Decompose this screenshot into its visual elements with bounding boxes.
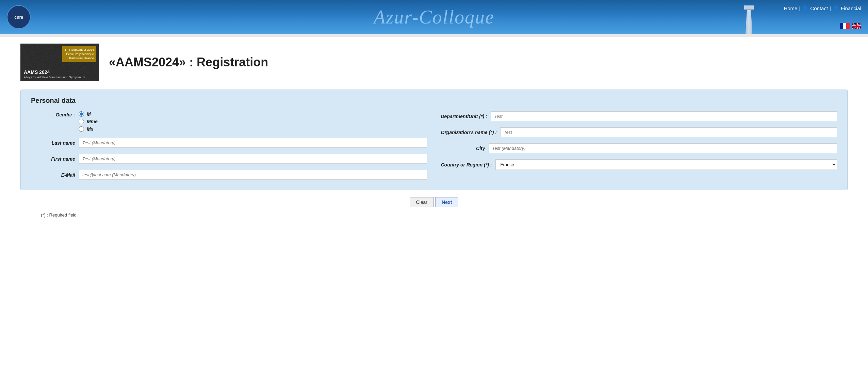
gender-label: Gender : [31,111,75,117]
country-label: Country or Region (*) : [441,162,492,167]
org-name-row: Organization's name (*) : [441,127,837,137]
financial-icon: 👤 [833,5,839,11]
lighthouse-decoration [739,0,759,34]
language-flags [840,23,861,29]
email-label: E-Mail [31,172,75,178]
gender-label-m: M [87,111,91,117]
lighthouse-body [746,10,752,34]
right-column: Department/Unit (*) : Organization's nam… [441,111,837,180]
lighthouse-top [744,5,754,10]
header: cnrs Azur-Colloque Home | 👤 Contact | 👤 … [0,0,868,34]
page-title: «AAMS2024» : Registration [109,55,268,69]
event-image: 4 - 6 September 2024 École Polytechnique… [20,44,99,81]
required-note: (*) : Required field [20,212,848,218]
event-header: 4 - 6 September 2024 École Polytechnique… [20,44,848,81]
section-title: Personal data [31,97,837,105]
email-input[interactable] [79,170,427,180]
gender-option-m: M [79,111,98,117]
gender-radio-mx[interactable] [79,126,84,132]
next-button[interactable]: Next [435,197,458,207]
event-date-overlay: 4 - 6 September 2024 École Polytechnique… [62,46,96,62]
header-nav: Home | 👤 Contact | 👤 Financial [784,5,861,11]
org-name-label: Organization's name (*) : [441,130,497,135]
city-input[interactable] [489,143,837,153]
site-title: Azur-Colloque [7,6,861,28]
department-row: Department/Unit (*) : [441,111,837,121]
gender-radio-m[interactable] [79,111,84,117]
last-name-label: Last name [31,140,75,146]
department-input[interactable] [491,111,837,121]
city-label: City [441,146,485,151]
country-select[interactable]: France Germany United Kingdom United Sta… [495,159,837,170]
home-link[interactable]: Home [784,5,797,11]
english-flag[interactable] [852,23,861,29]
contact-icon: 👤 [802,5,808,11]
header-separator [0,34,868,37]
org-name-input[interactable] [500,127,837,137]
gender-radio-mme[interactable] [79,119,84,124]
department-label: Department/Unit (*) : [441,114,487,119]
country-row: Country or Region (*) : France Germany U… [441,159,837,170]
event-image-name: AAMS 2024 [24,69,50,75]
financial-link[interactable]: Financial [841,5,861,11]
left-column: Gender : M Mme Mx [31,111,427,180]
button-area: Clear Next [20,197,848,207]
first-name-row: First name [31,154,427,164]
form-grid: Gender : M Mme Mx [31,111,837,180]
french-flag[interactable] [840,23,850,29]
clear-button[interactable]: Clear [410,197,434,207]
event-image-subtitle: Alloys for Additive Manufacturing Sympos… [24,76,85,79]
city-row: City [441,143,837,153]
gender-label-mme: Mme [87,119,98,124]
gender-row: Gender : M Mme Mx [31,111,427,132]
first-name-input[interactable] [79,154,427,164]
svg-rect-8 [852,26,861,27]
contact-link[interactable]: Contact [810,5,828,11]
main-content: 4 - 6 September 2024 École Polytechnique… [0,37,868,224]
last-name-row: Last name [31,138,427,148]
gender-option-mme: Mme [79,119,98,124]
email-row: E-Mail [31,170,427,180]
first-name-label: First name [31,156,75,162]
gender-radio-group: M Mme Mx [79,111,98,132]
event-date-text: 4 - 6 September 2024 École Polytechnique… [64,48,94,60]
personal-data-section: Personal data Gender : M Mme [20,90,848,190]
site-title-text: Azur-Colloque [374,6,494,28]
last-name-input[interactable] [79,138,427,148]
gender-option-mx: Mx [79,126,98,132]
gender-label-mx: Mx [87,126,93,132]
